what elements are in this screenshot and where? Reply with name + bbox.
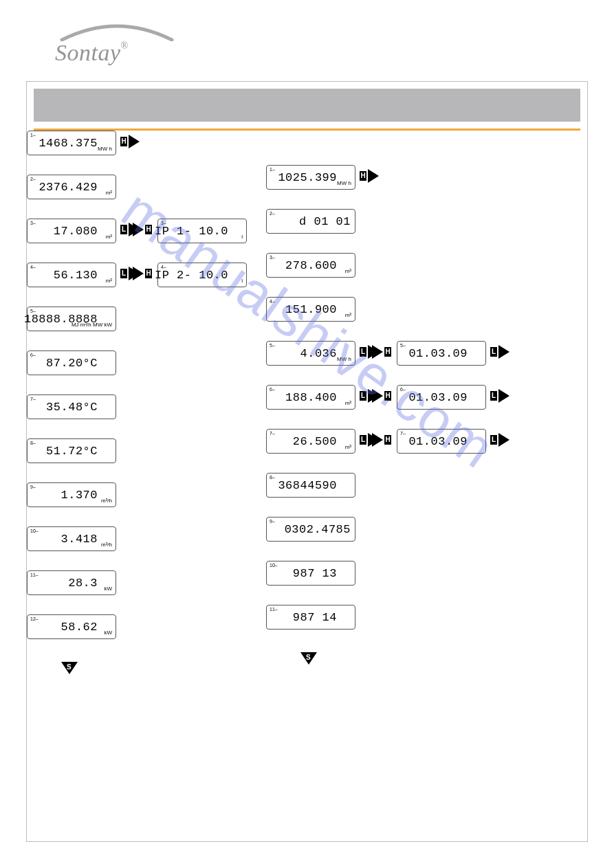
lcd-unit: m³ <box>106 278 112 284</box>
lcd-display: 10–3.418m³/h <box>27 526 116 551</box>
lcd-index: 4– <box>270 299 275 304</box>
lcd-display: 12–58.62kW <box>27 614 116 639</box>
lcd-display: 3–17.080m³ <box>27 219 116 243</box>
low-mark-icon: L <box>490 435 497 445</box>
lcd-unit: m³ <box>345 401 351 406</box>
lcd-index: 6– <box>30 353 36 357</box>
lcd-index: 11– <box>270 607 278 612</box>
mark-group: H <box>372 389 391 403</box>
lcd-display: 8–51.72°C <box>27 438 116 463</box>
arrow-right-icon <box>372 345 383 359</box>
lcd-unit: m³ <box>345 269 351 274</box>
lcd-value: IP 1- 10.0 <box>155 225 228 238</box>
mark-group: H <box>133 267 152 280</box>
lcd-index: 3– <box>270 255 275 260</box>
arrow-right-icon <box>498 345 509 359</box>
lcd-display: 4–151.900m³ <box>266 297 355 322</box>
display-cell: 3–17.080m³L <box>27 219 116 243</box>
lcd-value: 987 14 <box>293 611 337 624</box>
lcd-index: 6– <box>270 387 275 392</box>
lcd-unit: MW h <box>337 181 351 186</box>
lcd-value: 17.080 <box>54 225 98 238</box>
lcd-index: 11– <box>30 572 39 577</box>
high-mark-icon: H <box>145 269 152 278</box>
high-mark-icon: H <box>384 391 391 401</box>
lcd-index: 8– <box>270 475 275 480</box>
lcd-index: 12– <box>30 616 39 621</box>
lcd-index: 2– <box>270 211 275 216</box>
lcd-display: 6–188.400m³ <box>266 385 355 410</box>
display-cell: 8–51.72°C <box>27 438 116 463</box>
display-cell-side: 7–01.03.09HL <box>397 429 486 454</box>
mark-group: H <box>372 433 391 447</box>
lcd-unit: l <box>241 278 243 284</box>
lcd-display: 10–987 13 <box>266 561 355 586</box>
lcd-value: 51.72°C <box>46 445 98 458</box>
display-cell: 10–3.418m³/h <box>27 526 116 551</box>
lcd-unit: m³/h <box>101 498 112 504</box>
display-cell: 3–278.600m³ <box>266 253 355 278</box>
lcd-value: d 01 01 <box>299 215 351 228</box>
display-cell: 7–26.500m³L <box>266 429 355 454</box>
lcd-display: 4–56.130m³ <box>27 263 116 287</box>
arrow-right-icon <box>133 267 144 280</box>
lcd-unit: l <box>241 234 243 240</box>
lcd-display: 1–1025.399MW h <box>266 165 355 190</box>
lcd-display: 4–IP 2- 10.0l <box>157 263 247 287</box>
arrow-down-icon: S <box>300 652 317 665</box>
lcd-display: 1–1468.375MW h <box>27 131 116 155</box>
lcd-index: 5– <box>400 343 406 348</box>
lcd-unit: m³ <box>106 234 112 240</box>
arrow-right-icon <box>133 223 144 236</box>
lcd-index: 5– <box>270 343 275 348</box>
display-cell: 5–18888.8888MJ m³/h MW kW <box>27 307 116 331</box>
lcd-index: 9– <box>270 519 275 524</box>
lcd-index: 2– <box>30 177 36 181</box>
lcd-index: 3– <box>30 221 36 225</box>
lcd-index: 10– <box>30 528 39 533</box>
low-mark-icon: L <box>120 269 127 278</box>
mark-group: H <box>360 169 379 183</box>
lcd-value: 01.03.09 <box>408 391 468 404</box>
lcd-index: 9– <box>30 485 36 489</box>
lcd-value: 26.500 <box>293 435 337 448</box>
lcd-value: 56.130 <box>54 269 98 282</box>
lcd-index: 7– <box>400 431 406 436</box>
lcd-index: 8– <box>30 441 36 445</box>
low-mark-icon: L <box>360 435 366 445</box>
display-cell: 8–36844590 <box>266 473 355 498</box>
mark-group: H <box>133 223 152 236</box>
lcd-value: 1.370 <box>61 489 98 502</box>
display-cell: 11–28.3kW <box>27 570 116 595</box>
lcd-display: 9–1.370m³/h <box>27 482 116 507</box>
lcd-display: 8–36844590 <box>266 473 355 498</box>
lcd-value: 278.600 <box>285 259 337 272</box>
lcd-unit: MJ m³/h MW kW <box>72 322 112 328</box>
lcd-value: 151.900 <box>285 303 337 316</box>
brand-logo: Sontay® <box>55 21 179 65</box>
lcd-unit: m³ <box>345 313 351 318</box>
display-cell: 4–151.900m³ <box>266 297 355 322</box>
lcd-display: 11–28.3kW <box>27 570 116 595</box>
mark-group: L <box>490 345 509 359</box>
lcd-value: 188.400 <box>285 391 337 404</box>
arrow-right-icon <box>372 433 383 447</box>
lcd-display: 11–987 14 <box>266 605 355 630</box>
brand-name-text: Sontay <box>55 40 121 65</box>
display-cell: 4–56.130m³L <box>27 263 116 287</box>
lcd-value: 87.20°C <box>46 357 98 370</box>
content-area: 1–1468.375MW hH2–2376.429m³3–17.080m³L3–… <box>27 131 587 165</box>
low-mark-icon: L <box>490 391 497 401</box>
arrow-right-icon <box>498 433 509 447</box>
lcd-value: 4.036 <box>300 347 337 360</box>
lcd-display: 5–4.036MW h <box>266 341 355 366</box>
arrow-right-icon <box>129 135 140 148</box>
lcd-value: 01.03.09 <box>408 347 468 360</box>
lcd-display: 5–01.03.09 <box>397 341 486 366</box>
display-cell-side: 6–01.03.09HL <box>397 385 486 410</box>
display-cell-side: 5–01.03.09HL <box>397 341 486 366</box>
lcd-value: 1025.399 <box>278 171 337 184</box>
lcd-value: 01.03.09 <box>408 435 468 448</box>
lcd-display: 6–01.03.09 <box>397 385 486 410</box>
lcd-display: 7–35.48°C <box>27 394 116 419</box>
